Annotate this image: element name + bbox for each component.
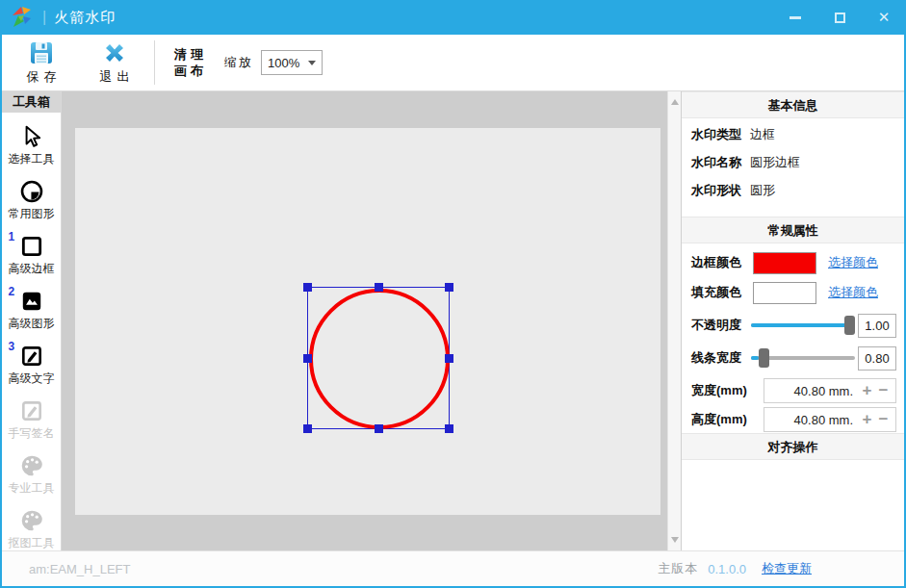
tool-label: 抠图工具 (9, 535, 55, 551)
row-watermark-shape: 水印形状 圆形 (691, 178, 896, 203)
image-icon (19, 289, 44, 314)
line-width-slider[interactable] (751, 356, 855, 360)
clear-canvas-line1: 清理 (174, 46, 207, 63)
row-value: 圆形边框 (750, 154, 800, 171)
check-update-link[interactable]: 检查更新 (762, 560, 812, 577)
tool-label: 选择工具 (9, 151, 55, 167)
close-button[interactable]: ✕ (862, 0, 906, 35)
opacity-value-box[interactable]: 1.00 (858, 314, 896, 338)
choose-border-color-link[interactable]: 选择颜色 (828, 254, 878, 271)
canvas-area[interactable] (62, 91, 681, 550)
opacity-slider[interactable] (751, 323, 855, 327)
handle-bottom-center[interactable] (375, 424, 383, 433)
tool-badge: 3 (9, 340, 15, 353)
line-width-slider-thumb[interactable] (759, 348, 769, 368)
width-value[interactable]: 40.80 mm. (768, 384, 859, 398)
exit-button[interactable]: 退出 (81, 37, 148, 89)
width-increment-button[interactable]: + (859, 379, 875, 402)
version-value: 0.1.0.0 (708, 562, 746, 576)
row-label: 不透明度 (691, 317, 741, 334)
row-label: 水印形状 (691, 182, 741, 199)
cursor-icon (19, 124, 44, 149)
tool-badge: 1 (9, 230, 15, 243)
section-basic-info: 基本信息 (682, 91, 904, 118)
text-edit-icon (19, 344, 44, 369)
row-watermark-type: 水印类型 边框 (691, 122, 896, 147)
line-width-value-box[interactable]: 0.80 (858, 346, 896, 371)
palette-icon (19, 453, 44, 478)
circle-shape[interactable] (308, 288, 451, 430)
slider-fill (751, 356, 759, 360)
row-value: 边框 (750, 126, 775, 143)
handle-bottom-left[interactable] (303, 424, 312, 433)
tool-common-shapes[interactable]: 常用图形 (2, 179, 61, 222)
border-color-swatch[interactable] (753, 252, 816, 274)
handle-middle-left[interactable] (303, 354, 312, 363)
app-title: 火箭水印 (54, 9, 116, 27)
tool-label: 高级边框 (9, 261, 55, 277)
vertical-scrollbar[interactable] (667, 91, 681, 550)
signature-icon (19, 398, 44, 423)
row-label: 线条宽度 (691, 349, 741, 367)
clear-canvas-line2: 画布 (174, 63, 207, 79)
minimize-icon (790, 16, 801, 19)
handle-top-left[interactable] (303, 283, 312, 292)
handle-top-center[interactable] (375, 283, 383, 292)
row-fill-color: 填充颜色 选择颜色 (691, 280, 896, 305)
row-watermark-name: 水印名称 圆形边框 (691, 150, 896, 175)
height-decrement-button[interactable]: − (875, 408, 892, 431)
row-label: 边框颜色 (691, 254, 741, 271)
toolbar: 保存 退出 清理 画布 缩放 100% (2, 35, 904, 91)
scroll-down-icon[interactable] (671, 537, 679, 543)
save-icon (29, 40, 54, 65)
handle-top-right[interactable] (445, 283, 453, 292)
minimize-button[interactable] (773, 0, 817, 35)
row-opacity: 不透明度 1.00 (691, 313, 896, 338)
handle-middle-right[interactable] (445, 354, 453, 363)
handle-bottom-right[interactable] (445, 424, 453, 433)
section-align-ops: 对齐操作 (682, 433, 904, 460)
frame-icon (19, 234, 44, 259)
maximize-button[interactable] (817, 0, 862, 35)
close-icon: ✕ (878, 9, 891, 26)
tool-label: 高级文字 (9, 371, 55, 387)
width-decrement-button[interactable]: − (875, 379, 892, 402)
height-increment-button[interactable]: + (859, 408, 875, 431)
zoom-value: 100% (268, 56, 308, 70)
shapes-icon (19, 179, 44, 204)
tool-advanced-shapes[interactable]: 2 高级图形 (2, 289, 61, 332)
row-label: 填充颜色 (691, 284, 741, 301)
slider-fill (751, 323, 855, 327)
tool-signature: 手写签名 (2, 398, 61, 442)
tool-advanced-border[interactable]: 1 高级边框 (2, 234, 61, 277)
row-line-width: 线条宽度 0.80 (691, 345, 896, 371)
tool-advanced-text[interactable]: 3 高级文字 (2, 344, 61, 387)
row-label: 宽度(mm) (691, 382, 747, 399)
canvas[interactable] (75, 128, 660, 515)
tool-label: 专业工具 (9, 480, 55, 497)
row-border-color: 边框颜色 选择颜色 (691, 250, 896, 275)
properties-panel: 基本信息 水印类型 边框 水印名称 圆形边框 水印形状 圆形 常规属性 边框颜色… (681, 91, 904, 550)
rocket-logo-icon (10, 5, 35, 30)
tool-label: 常用图形 (9, 206, 55, 222)
shape-selection-box[interactable] (307, 287, 450, 429)
status-right-group: 主版本 0.1.0.0 检查更新 (658, 560, 812, 577)
opacity-slider-thumb[interactable] (844, 316, 855, 335)
zoom-select[interactable]: 100% (261, 50, 323, 75)
clear-canvas-button[interactable]: 清理 画布 (174, 46, 207, 79)
choose-fill-color-link[interactable]: 选择颜色 (828, 284, 878, 301)
zoom-label: 缩放 (224, 54, 253, 71)
exit-icon (102, 40, 127, 65)
window-controls: ✕ (773, 0, 906, 35)
row-label: 高度(mm) (691, 411, 747, 428)
title-separator: | (42, 9, 46, 26)
tool-select[interactable]: 选择工具 (2, 124, 61, 167)
row-label: 水印名称 (691, 154, 741, 171)
fill-color-swatch[interactable] (753, 282, 816, 304)
height-spinbox: 40.80 mm. + − (764, 407, 896, 432)
app-window: | 火箭水印 ✕ (0, 0, 906, 588)
save-button[interactable]: 保存 (8, 37, 75, 89)
main-region: 工具箱 选择工具 常用图形 (2, 91, 904, 550)
scroll-up-icon[interactable] (671, 99, 679, 105)
height-value[interactable]: 40.80 mm. (768, 413, 859, 427)
